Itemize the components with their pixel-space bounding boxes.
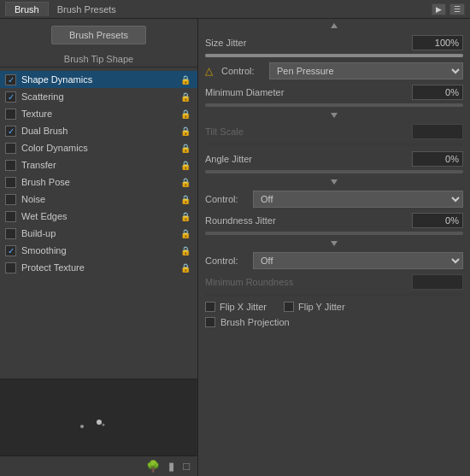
brush-item-noise[interactable]: Noise 🔒 <box>0 191 197 208</box>
checkbox-transfer[interactable] <box>5 160 16 171</box>
flip-x-item: Flip X Jitter <box>205 302 267 312</box>
scroll-up-indicator <box>331 23 338 28</box>
minimum-diameter-slider-row <box>198 103 470 109</box>
angle-jitter-input[interactable] <box>412 151 463 167</box>
checkbox-noise[interactable] <box>5 194 16 205</box>
tilt-scale-label: Tilt Scale <box>205 126 412 137</box>
brush-list: Shape Dynamics 🔒 Scattering 🔒 Texture 🔒 … <box>0 69 197 379</box>
control-select-1[interactable]: Pen Pressure Off Fade Pen Tilt <box>269 62 463 79</box>
brush-item-label-build-up: Build-up <box>21 228 177 238</box>
tab-brush-presets[interactable]: Brush Presets <box>49 3 125 16</box>
tab-brush[interactable]: Brush <box>5 2 49 16</box>
checkbox-smoothing[interactable] <box>5 245 16 256</box>
size-jitter-input[interactable] <box>412 35 463 50</box>
control-select-3[interactable]: Off Fade Pen Pressure Pen Tilt <box>253 252 463 269</box>
roundness-jitter-slider-track[interactable] <box>205 232 463 235</box>
brush-item-label-wet-edges: Wet Edges <box>21 211 177 221</box>
tilt-scale-slider-row <box>198 142 470 149</box>
brush-item-label-color-dynamics: Color Dynamics <box>21 143 177 153</box>
angle-jitter-slider-row <box>198 169 470 176</box>
control-select-2[interactable]: Off Fade Pen Pressure Pen Tilt <box>253 191 463 208</box>
size-jitter-row: Size Jitter <box>198 32 470 53</box>
brush-item-brush-pose[interactable]: Brush Pose 🔒 <box>0 173 197 191</box>
brush-item-label-texture: Texture <box>21 109 177 119</box>
lock-icon-texture: 🔒 <box>180 109 191 119</box>
brush-item-transfer[interactable]: Transfer 🔒 <box>0 156 197 173</box>
brush-item-wet-edges[interactable]: Wet Edges 🔒 <box>0 208 197 225</box>
paint-icon-btn[interactable]: 🌳 <box>144 460 162 473</box>
checkbox-texture[interactable] <box>5 109 16 120</box>
roundness-jitter-input[interactable] <box>412 213 463 228</box>
brush-item-texture[interactable]: Texture 🔒 <box>0 105 197 122</box>
brush-item-label-smoothing: Smoothing <box>21 245 177 256</box>
brush-item-dual-brush[interactable]: Dual Brush 🔒 <box>0 122 197 139</box>
lock-icon-brush-pose: 🔒 <box>180 178 191 187</box>
minimum-diameter-row: Minimum Diameter <box>198 82 470 103</box>
grid-icon-btn[interactable]: ▮ <box>166 460 177 473</box>
minimum-diameter-input[interactable] <box>412 85 463 100</box>
brush-item-label-dual-brush: Dual Brush <box>21 126 177 136</box>
minimum-roundness-slider-track <box>205 293 463 297</box>
brush-item-shape-dynamics[interactable]: Shape Dynamics 🔒 <box>0 71 197 88</box>
flip-row: Flip X Jitter Flip Y Jitter <box>198 299 470 314</box>
brush-presets-button[interactable]: Brush Presets <box>51 26 146 44</box>
brush-projection-checkbox[interactable] <box>205 317 215 327</box>
brush-item-label-protect-texture: Protect Texture <box>21 262 177 273</box>
minimum-diameter-slider-track[interactable] <box>205 103 463 107</box>
size-jitter-label: Size Jitter <box>205 38 412 48</box>
lock-icon-dual-brush: 🔒 <box>180 126 191 136</box>
roundness-jitter-label: Roundness Jitter <box>205 215 412 226</box>
checkbox-color-dynamics[interactable] <box>5 143 16 154</box>
svg-point-0 <box>80 425 84 428</box>
control-off-row-1: Control: Off Fade Pen Pressure Pen Tilt <box>198 188 470 210</box>
angle-jitter-label: Angle Jitter <box>205 154 412 164</box>
brush-item-label-brush-pose: Brush Pose <box>21 177 177 187</box>
brush-item-smoothing[interactable]: Smoothing 🔒 <box>0 242 197 259</box>
brush-item-color-dynamics[interactable]: Color Dynamics 🔒 <box>0 139 197 156</box>
angle-jitter-slider-track[interactable] <box>205 170 463 173</box>
checkbox-dual-brush[interactable] <box>5 126 16 137</box>
main-layout: Brush Presets Brush Tip Shape Shape Dyna… <box>0 19 470 476</box>
left-bottom-toolbar: 🌳 ▮ □ <box>0 455 197 476</box>
brush-item-label-transfer: Transfer <box>21 160 177 170</box>
brush-preview-svg <box>56 392 142 444</box>
flip-y-checkbox[interactable] <box>284 302 294 312</box>
minimum-roundness-slider-row <box>198 292 470 299</box>
control-off-row-2: Control: Off Fade Pen Pressure Pen Tilt <box>198 250 470 272</box>
checkbox-wet-edges[interactable] <box>5 211 16 222</box>
checkbox-scattering[interactable] <box>5 91 16 103</box>
brush-item-protect-texture[interactable]: Protect Texture 🔒 <box>0 259 197 276</box>
roundness-jitter-row: Roundness Jitter <box>198 210 470 231</box>
warning-icon: △ <box>205 65 213 77</box>
checkbox-brush-pose[interactable] <box>5 177 16 188</box>
size-jitter-slider-track[interactable] <box>205 54 463 57</box>
menu-icon[interactable]: ☰ <box>449 3 465 15</box>
checkbox-build-up[interactable] <box>5 228 16 239</box>
lock-icon-shape-dynamics: 🔒 <box>180 75 191 85</box>
brush-item-build-up[interactable]: Build-up 🔒 <box>0 225 197 242</box>
tilt-scale-slider-track <box>205 143 463 146</box>
brush-item-label-shape-dynamics: Shape Dynamics <box>21 74 177 85</box>
minimum-roundness-row: Minimum Roundness <box>198 272 470 292</box>
brush-item-scattering[interactable]: Scattering 🔒 <box>0 88 197 105</box>
lock-icon-smoothing: 🔒 <box>180 246 191 256</box>
expand-icon[interactable]: ▶ <box>432 3 446 15</box>
checkbox-protect-texture[interactable] <box>5 262 16 273</box>
scroll-down-indicator-1 <box>331 113 338 118</box>
scroll-down-indicator-3 <box>331 241 338 246</box>
top-tab-bar: Brush Brush Presets ▶ ☰ <box>0 0 470 19</box>
control-label-2: Control: <box>205 194 248 204</box>
flip-x-checkbox[interactable] <box>205 302 215 312</box>
tilt-scale-input <box>412 124 463 139</box>
lock-icon-protect-texture: 🔒 <box>180 263 191 273</box>
flip-y-item: Flip Y Jitter <box>284 302 345 312</box>
lock-icon-scattering: 🔒 <box>180 92 191 102</box>
brush-projection-row: Brush Projection <box>198 314 470 330</box>
minimum-roundness-input <box>412 274 463 290</box>
brush-item-label-scattering: Scattering <box>21 91 177 102</box>
left-panel: Brush Presets Brush Tip Shape Shape Dyna… <box>0 19 198 476</box>
flip-y-label: Flip Y Jitter <box>298 302 345 312</box>
new-icon-btn[interactable]: □ <box>180 460 192 473</box>
checkbox-shape-dynamics[interactable] <box>5 74 16 85</box>
svg-point-2 <box>102 423 104 426</box>
